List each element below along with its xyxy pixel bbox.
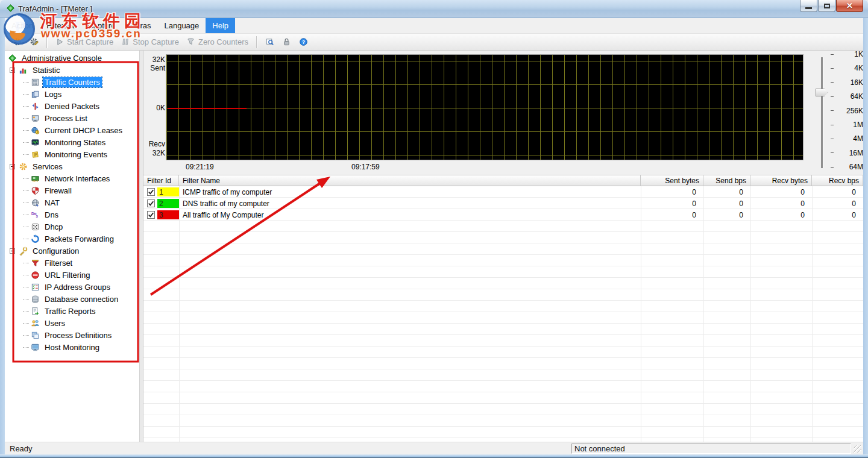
tree-item-ip-address-groups[interactable]: IP Address Groups — [23, 281, 112, 293]
close-button[interactable]: ✕ — [836, 0, 863, 12]
cell-recv-bytes: 0 — [750, 186, 812, 198]
tree-item-traffic-counters[interactable]: Traffic Counters — [23, 76, 102, 88]
column-separator — [750, 186, 751, 442]
tree-item-administrative-console[interactable]: Administrative Console — [7, 52, 104, 64]
scale-text: 1K — [839, 50, 863, 58]
menu-help[interactable]: Help — [206, 18, 235, 33]
menu-filterset[interactable]: Filterset — [40, 18, 81, 33]
tree-item-network-interfaces[interactable]: Network Interfaces — [23, 172, 112, 184]
filter-row-2[interactable]: 2DNS traffic of my computer0000 — [143, 198, 863, 209]
minimize-button[interactable] — [800, 0, 817, 12]
tree-item-logs[interactable]: Logs — [23, 88, 63, 100]
column-header-send-bps[interactable]: Send bps — [703, 175, 750, 186]
tree-item-traffic-reports[interactable]: Traffic Reports — [23, 305, 98, 317]
scale-slider-thumb[interactable] — [816, 89, 828, 96]
menu-extras[interactable]: Extras — [122, 18, 158, 33]
tree-connector — [23, 106, 29, 107]
menu-action[interactable]: Action — [5, 18, 40, 33]
tree-item-users[interactable]: Users — [23, 317, 67, 329]
column-header-filter-name[interactable]: Filter Name — [179, 175, 641, 186]
tree-item-label: Dhcp — [43, 222, 64, 232]
collapse-expander[interactable] — [10, 67, 15, 73]
tree-connector — [23, 263, 29, 263]
stop-capture-button[interactable]: Stop Capture — [118, 36, 181, 48]
column-header-recv-bytes[interactable]: Recv bytes — [750, 175, 812, 186]
gear-button[interactable] — [10, 36, 24, 48]
column-header-filter-id[interactable]: Filter Id — [143, 175, 179, 186]
tree-connector — [23, 190, 29, 191]
tree-connector — [23, 347, 29, 348]
column-header-recv-bps[interactable]: Recv bps — [812, 175, 863, 186]
menu-language[interactable]: Language — [157, 18, 206, 33]
filter-checkbox[interactable] — [147, 211, 155, 219]
filter-id: 1 — [159, 188, 163, 196]
tree-item-label: Logs — [43, 89, 63, 99]
menu-capture[interactable]: Capture — [81, 18, 122, 33]
tree-item-label: Traffic Counters — [43, 77, 102, 87]
tree-item-database-connection[interactable]: Database connection — [23, 293, 120, 305]
tree-item-label: Host Monitoring — [43, 342, 101, 353]
tree-item-label: Dns — [43, 210, 60, 220]
tree-item-services[interactable]: Services — [10, 160, 64, 172]
tree-item-label: IP Address Groups — [43, 282, 112, 292]
scale-tick — [831, 54, 834, 55]
tree-item-current-dhcp-leases[interactable]: Current DHCP Leases — [23, 124, 124, 136]
users-icon — [30, 318, 40, 328]
tree-item-process-list[interactable]: Process List — [23, 112, 89, 124]
filter-checkbox[interactable] — [147, 199, 155, 207]
y-axis-label-top: 32K — [143, 55, 165, 64]
scale-tick — [831, 167, 834, 168]
tree-item-firewall[interactable]: Firewall — [23, 184, 74, 196]
panel-splitter[interactable] — [139, 51, 143, 442]
tree-item-process-definitions[interactable]: Process Definitions — [23, 329, 113, 341]
scale-tick — [831, 110, 834, 111]
zero-counters-button[interactable]: Zero Counters — [184, 36, 251, 48]
tree-item-host-monitoring[interactable]: Host Monitoring — [23, 341, 101, 353]
svg-text:S: S — [36, 215, 38, 218]
scale-tick — [831, 96, 834, 97]
toolbar-label: Stop Capture — [133, 37, 179, 46]
denied-packets-icon — [30, 101, 40, 111]
window-border-bottom — [0, 454, 868, 458]
tree-item-label: URL Filtering — [43, 270, 92, 280]
logs-icon — [30, 89, 40, 99]
url-filtering-icon — [30, 270, 40, 280]
tree-item-filterset[interactable]: Filterset — [23, 257, 74, 269]
column-header-sent-bytes[interactable]: Sent bytes — [641, 175, 703, 186]
maximize-button[interactable] — [818, 0, 835, 12]
gear-wrench-button[interactable] — [27, 36, 41, 48]
tree-item-dns[interactable]: DNSDns — [23, 209, 60, 221]
help-round-button[interactable]: ? — [296, 36, 310, 48]
tree-item-statistic[interactable]: Statistic — [10, 64, 62, 76]
tree-item-label: Denied Packets — [43, 101, 101, 111]
main-content: Administrative ConsoleStatisticTraffic C… — [5, 51, 863, 442]
tree-item-configuration[interactable]: Configuration — [10, 245, 81, 257]
collapse-expander[interactable] — [10, 164, 15, 169]
tree-item-url-filtering[interactable]: URL Filtering — [23, 269, 92, 281]
scale-slider-track[interactable] — [821, 57, 823, 168]
filter-row-3[interactable]: 3All traffic of My Computer0000 — [143, 209, 863, 221]
title-bar[interactable]: TrafAdmin - [TMeter ] ✕ — [0, 0, 868, 18]
query-tool-button[interactable] — [262, 36, 277, 48]
tree-item-packets-forwarding[interactable]: Packets Forwarding — [23, 233, 116, 245]
admin-diamond-icon — [7, 53, 17, 63]
filter-row-1[interactable]: 1ICMP traffic of my computer0000 — [143, 186, 863, 198]
collapse-expander[interactable] — [10, 248, 15, 254]
scale-text: 16K — [839, 78, 863, 87]
process-list-icon — [30, 113, 40, 123]
start-capture-button[interactable]: Start Capture — [52, 36, 116, 48]
lock-button[interactable] — [279, 36, 294, 48]
status-bar: Ready Not connected — [5, 442, 863, 454]
scale-text: 256K — [839, 107, 863, 115]
tree-item-nat[interactable]: NAT — [23, 196, 61, 209]
filter-checkbox[interactable] — [147, 188, 155, 196]
cell-send-bps: 0 — [703, 198, 750, 209]
tree-item-monitoring-events[interactable]: Monitoring Events — [23, 148, 109, 160]
tree-item-denied-packets[interactable]: Denied Packets — [23, 100, 101, 112]
connection-status-panel: Not connected — [571, 444, 851, 454]
tree-item-monitoring-states[interactable]: Monitoring States — [23, 136, 107, 148]
scale-label-1M: 1M — [831, 121, 863, 128]
tree-item-dhcp[interactable]: Dhcp — [23, 221, 64, 233]
resize-grip[interactable] — [854, 445, 861, 453]
scale-text: 4M — [839, 134, 863, 143]
